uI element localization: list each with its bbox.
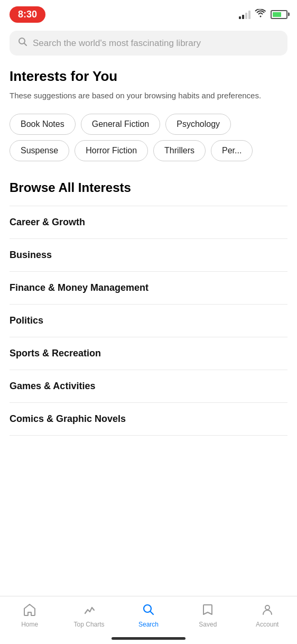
- search-bar-container: Search the world's most fascinating libr…: [0, 26, 297, 63]
- interests-section: Interests for You These suggestions are …: [10, 68, 287, 161]
- browse-item-sports[interactable]: Sports & Recreation: [10, 337, 287, 370]
- battery-icon: [271, 10, 287, 19]
- browse-list: Career & Growth Business Finance & Money…: [10, 206, 287, 436]
- svg-point-1: [144, 605, 151, 612]
- nav-label-account: Account: [256, 621, 279, 628]
- browse-item-games[interactable]: Games & Activities: [10, 370, 287, 403]
- account-icon: [261, 603, 274, 619]
- nav-label-search: Search: [138, 621, 159, 628]
- home-indicator: [112, 637, 185, 640]
- interest-tag-thrillers[interactable]: Thrillers: [153, 140, 206, 161]
- browse-item-business[interactable]: Business: [10, 239, 287, 272]
- nav-label-top-charts: Top Charts: [74, 621, 105, 628]
- interest-tag-more[interactable]: Per...: [211, 140, 253, 161]
- browse-item-comics[interactable]: Comics & Graphic Novels: [10, 403, 287, 436]
- interest-tag-book-notes[interactable]: Book Notes: [10, 114, 76, 135]
- nav-item-saved[interactable]: Saved: [189, 603, 226, 628]
- interest-tag-general-fiction[interactable]: General Fiction: [81, 114, 161, 135]
- search-placeholder: Search the world's most fascinating libr…: [33, 38, 201, 49]
- status-icons: [239, 9, 287, 20]
- interest-tag-horror-fiction[interactable]: Horror Fiction: [75, 140, 148, 161]
- interests-title: Interests for You: [10, 68, 287, 85]
- search-bar[interactable]: Search the world's most fascinating libr…: [10, 31, 287, 56]
- home-icon: [23, 603, 36, 619]
- browse-title: Browse All Interests: [10, 180, 287, 195]
- nav-item-search[interactable]: Search: [130, 603, 167, 628]
- interest-tags-container: Book Notes General Fiction Psychology Su…: [10, 114, 287, 161]
- interest-tag-suspense[interactable]: Suspense: [10, 140, 69, 161]
- interests-subtitle: These suggestions are based on your brow…: [10, 90, 287, 102]
- status-time: 8:30: [10, 6, 45, 23]
- search-icon: [18, 37, 27, 49]
- saved-icon: [201, 603, 215, 619]
- browse-item-finance[interactable]: Finance & Money Management: [10, 272, 287, 305]
- browse-section: Browse All Interests Career & Growth Bus…: [10, 180, 287, 436]
- search-nav-icon: [142, 603, 155, 619]
- nav-item-account[interactable]: Account: [249, 603, 286, 628]
- top-charts-icon: [82, 603, 96, 619]
- nav-label-home: Home: [21, 621, 38, 628]
- interest-tag-psychology[interactable]: Psychology: [165, 114, 231, 135]
- browse-item-politics[interactable]: Politics: [10, 305, 287, 337]
- wifi-icon: [255, 9, 266, 20]
- nav-label-saved: Saved: [199, 621, 217, 628]
- main-content: Interests for You These suggestions are …: [0, 63, 297, 489]
- browse-item-career-growth[interactable]: Career & Growth: [10, 206, 287, 239]
- status-bar: 8:30: [0, 0, 297, 26]
- nav-item-home[interactable]: Home: [11, 603, 48, 628]
- nav-item-top-charts[interactable]: Top Charts: [71, 603, 108, 628]
- signal-icon: [239, 10, 250, 19]
- svg-point-2: [265, 605, 270, 610]
